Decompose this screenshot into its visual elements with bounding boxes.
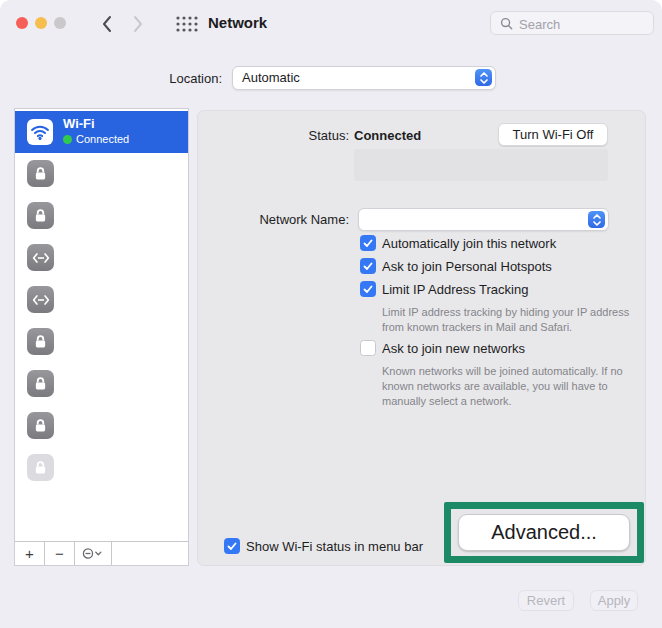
lock-icon bbox=[27, 412, 54, 439]
limit-ip-tracking-help: Limit IP address tracking by hiding your… bbox=[382, 305, 640, 335]
search-field[interactable] bbox=[490, 11, 654, 35]
forward-button bbox=[131, 14, 147, 34]
show-wifi-status-label: Show Wi-Fi status in menu bar bbox=[246, 539, 423, 554]
zoom-window-button bbox=[54, 17, 66, 29]
limit-ip-tracking-label: Limit IP Address Tracking bbox=[382, 282, 528, 297]
sidebar-item-service-6[interactable] bbox=[15, 363, 188, 405]
auto-join-checkbox[interactable] bbox=[360, 235, 376, 251]
ethernet-icon bbox=[27, 286, 54, 313]
dropdown-stepper-icon bbox=[588, 211, 605, 228]
ask-join-new-networks-label: Ask to join new networks bbox=[382, 341, 525, 356]
network-name-label: Network Name: bbox=[198, 212, 349, 227]
search-icon bbox=[500, 17, 513, 30]
lock-icon bbox=[27, 328, 54, 355]
wifi-icon bbox=[27, 119, 53, 145]
ask-join-new-networks-help: Known networks will be joined automatica… bbox=[382, 364, 640, 409]
sidebar-item-service-2[interactable] bbox=[15, 195, 188, 237]
dropdown-stepper-icon bbox=[475, 69, 492, 86]
advanced-button-highlight-inner: Advanced... bbox=[451, 509, 637, 556]
status-detail-block bbox=[354, 149, 608, 181]
lock-icon bbox=[27, 370, 54, 397]
auto-join-label: Automatically join this network bbox=[382, 236, 556, 251]
sidebar-item-wifi[interactable]: Wi-Fi Connected bbox=[15, 111, 188, 153]
service-actions-menu-button[interactable] bbox=[75, 542, 112, 565]
location-dropdown[interactable]: Automatic bbox=[232, 66, 496, 90]
apply-button: Apply bbox=[590, 590, 638, 611]
back-button[interactable] bbox=[100, 14, 116, 34]
lock-icon bbox=[27, 202, 54, 229]
sidebar-item-service-4[interactable] bbox=[15, 279, 188, 321]
turn-wifi-off-button[interactable]: Turn Wi-Fi Off bbox=[498, 123, 608, 146]
network-services-sidebar: Wi-Fi Connected bbox=[14, 108, 189, 566]
network-preferences-window: Network Location: Automatic bbox=[0, 0, 662, 628]
connected-status-dot bbox=[63, 135, 72, 144]
wifi-settings-panel: Status: Connected Turn Wi-Fi Off Network… bbox=[197, 110, 646, 566]
ethernet-icon bbox=[27, 244, 54, 271]
sidebar-item-service-1[interactable] bbox=[15, 153, 188, 195]
sidebar-item-service-5[interactable] bbox=[15, 321, 188, 363]
advanced-button-highlight: Advanced... bbox=[444, 502, 644, 563]
ask-join-new-networks-checkbox[interactable] bbox=[360, 340, 376, 356]
close-window-button[interactable] bbox=[16, 17, 28, 29]
sidebar-item-service-3[interactable] bbox=[15, 237, 188, 279]
remove-service-button[interactable]: − bbox=[45, 542, 75, 565]
sidebar-item-service-7[interactable] bbox=[15, 405, 188, 447]
lock-icon bbox=[27, 160, 54, 187]
minimize-window-button[interactable] bbox=[35, 17, 47, 29]
show-wifi-status-checkbox[interactable] bbox=[224, 538, 240, 554]
status-label: Status: bbox=[198, 128, 349, 143]
lock-icon bbox=[27, 454, 54, 481]
location-label: Location: bbox=[132, 71, 222, 86]
personal-hotspots-label: Ask to join Personal Hotspots bbox=[382, 259, 552, 274]
sidebar-item-label: Wi-Fi bbox=[63, 116, 95, 131]
action-menu-icon bbox=[82, 547, 104, 560]
advanced-button[interactable]: Advanced... bbox=[458, 514, 630, 551]
revert-button: Revert bbox=[518, 590, 574, 611]
status-value: Connected bbox=[354, 128, 421, 143]
personal-hotspots-checkbox[interactable] bbox=[360, 258, 376, 274]
location-value: Automatic bbox=[242, 70, 300, 85]
limit-ip-tracking-checkbox[interactable] bbox=[360, 281, 376, 297]
window-title: Network bbox=[208, 14, 267, 31]
add-service-button[interactable]: + bbox=[15, 542, 45, 565]
sidebar-item-status: Connected bbox=[76, 133, 129, 145]
sidebar-item-service-8[interactable] bbox=[15, 447, 188, 489]
show-all-preferences-icon[interactable] bbox=[176, 16, 198, 32]
network-name-dropdown[interactable] bbox=[358, 208, 609, 231]
search-input[interactable] bbox=[517, 13, 651, 35]
sidebar-toolbar: + − bbox=[15, 541, 188, 565]
